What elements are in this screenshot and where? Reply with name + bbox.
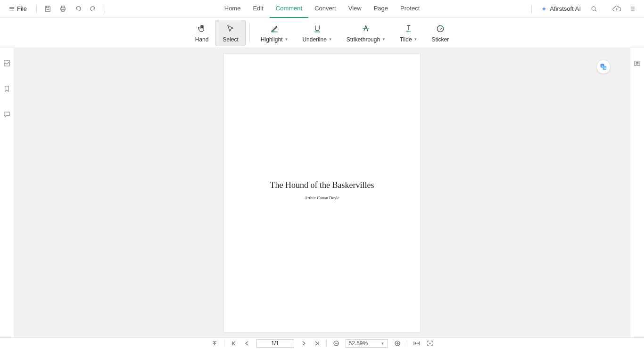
select-tool-button[interactable]: Select [215, 20, 245, 46]
chevron-down-icon: ▼ [382, 37, 386, 41]
page-number-input[interactable] [256, 339, 294, 348]
zoom-select[interactable]: 52.59% ▼ [346, 339, 388, 348]
tilde-label: Tilde [400, 36, 412, 43]
separator [407, 340, 407, 347]
bookmarks-panel-button[interactable] [0, 82, 14, 95]
comment-icon [3, 111, 10, 118]
last-page-icon [314, 341, 319, 346]
last-page-button[interactable] [313, 340, 321, 347]
first-page-button[interactable] [230, 340, 238, 347]
ai-button[interactable]: ✦ Afirstsoft AI [537, 3, 585, 15]
properties-panel-button[interactable] [631, 57, 644, 70]
file-label: File [17, 5, 27, 12]
thumbnails-icon [3, 60, 10, 67]
sparkle-icon: ✦ [541, 5, 547, 13]
comments-panel-button[interactable] [0, 107, 14, 121]
translate-icon: a W [600, 63, 607, 71]
ai-label: Afirstsoft AI [550, 5, 581, 12]
sticker-label: Sticker [432, 36, 449, 43]
separator [105, 5, 105, 13]
properties-icon [634, 60, 641, 67]
hand-tool-button[interactable]: Hand [188, 20, 216, 46]
prev-page-button[interactable] [243, 340, 251, 347]
print-icon [59, 5, 66, 12]
tilde-icon [404, 24, 413, 33]
cloud-button[interactable] [610, 2, 623, 16]
underline-label: Underline [302, 36, 326, 43]
separator [224, 340, 224, 347]
tab-view[interactable]: View [342, 0, 368, 18]
separator [36, 5, 37, 13]
chevron-right-icon [301, 341, 306, 346]
cursor-icon [226, 24, 235, 33]
sticker-tool-button[interactable]: Sticker [425, 20, 456, 46]
separator [326, 340, 327, 347]
undo-icon [74, 5, 82, 12]
tab-view-label: View [348, 5, 362, 12]
chevron-down-icon: ▼ [285, 37, 289, 41]
scroll-top-icon [212, 341, 217, 346]
strikethrough-tool-button[interactable]: Strikethrough▼ [339, 20, 393, 46]
save-icon [44, 5, 51, 12]
print-button[interactable] [57, 2, 70, 16]
tab-convert-label: Convert [314, 5, 336, 12]
file-menu-button[interactable]: File [5, 3, 32, 14]
tab-protect[interactable]: Protect [394, 0, 426, 18]
tab-home[interactable]: Home [218, 0, 247, 18]
ribbon-separator [249, 24, 250, 42]
document-title: The Hound of the Baskervilles [224, 180, 420, 190]
chevron-down-icon: ▼ [381, 341, 385, 346]
tab-convert[interactable]: Convert [308, 0, 342, 18]
tab-comment-label: Comment [276, 5, 302, 12]
fit-width-button[interactable] [413, 340, 421, 347]
zoom-value: 52.59% [349, 340, 368, 347]
fit-page-button[interactable] [426, 340, 434, 347]
page-1: The Hound of the Baskervilles Arthur Con… [224, 54, 420, 332]
tab-home-label: Home [224, 5, 241, 12]
zoom-out-icon [333, 341, 339, 346]
chevron-left-icon [245, 341, 249, 346]
thumbnails-panel-button[interactable] [0, 57, 14, 70]
document-viewport[interactable]: The Hound of the Baskervilles Arthur Con… [14, 48, 630, 337]
svg-rect-1 [62, 6, 65, 8]
strikethrough-icon [361, 24, 371, 33]
fit-page-icon [427, 341, 433, 346]
underline-icon [313, 24, 322, 33]
svg-text:W: W [604, 67, 606, 70]
strikethrough-label: Strikethrough [347, 36, 380, 43]
tab-protect-label: Protect [400, 5, 420, 12]
undo-button[interactable] [72, 2, 85, 16]
more-button[interactable] [626, 2, 639, 16]
first-page-icon [231, 341, 236, 346]
tab-comment[interactable]: Comment [270, 0, 308, 18]
save-button[interactable] [41, 2, 55, 16]
next-page-button[interactable] [300, 340, 307, 347]
translate-float-button[interactable]: a W [597, 60, 610, 73]
document-author: Arthur Conan Doyle [224, 195, 420, 200]
zoom-in-icon [395, 341, 400, 346]
hamburger-icon [9, 7, 14, 10]
tab-page-label: Page [374, 5, 388, 12]
tab-edit[interactable]: Edit [247, 0, 269, 18]
tab-page[interactable]: Page [368, 0, 394, 18]
zoom-out-button[interactable] [332, 340, 340, 347]
highlight-icon [270, 24, 279, 33]
main-tabs: Home Edit Comment Convert View Page Prot… [218, 0, 426, 18]
redo-button[interactable] [87, 2, 100, 16]
underline-tool-button[interactable]: Underline▼ [295, 20, 339, 46]
highlight-tool-button[interactable]: Highlight▼ [254, 20, 296, 46]
zoom-in-button[interactable] [394, 340, 401, 347]
scroll-top-button[interactable] [211, 340, 218, 347]
select-label: Select [223, 36, 238, 43]
search-button[interactable] [587, 2, 601, 16]
hand-icon [197, 24, 206, 33]
tilde-tool-button[interactable]: Tilde▼ [393, 20, 425, 46]
hand-label: Hand [195, 36, 209, 43]
chevron-down-icon: ▼ [414, 37, 418, 41]
search-icon [591, 6, 597, 12]
separator [531, 5, 532, 13]
chevron-down-icon: ▼ [329, 37, 332, 41]
cloud-upload-icon [612, 6, 621, 12]
tab-edit-label: Edit [253, 5, 263, 12]
svg-point-13 [429, 343, 430, 344]
